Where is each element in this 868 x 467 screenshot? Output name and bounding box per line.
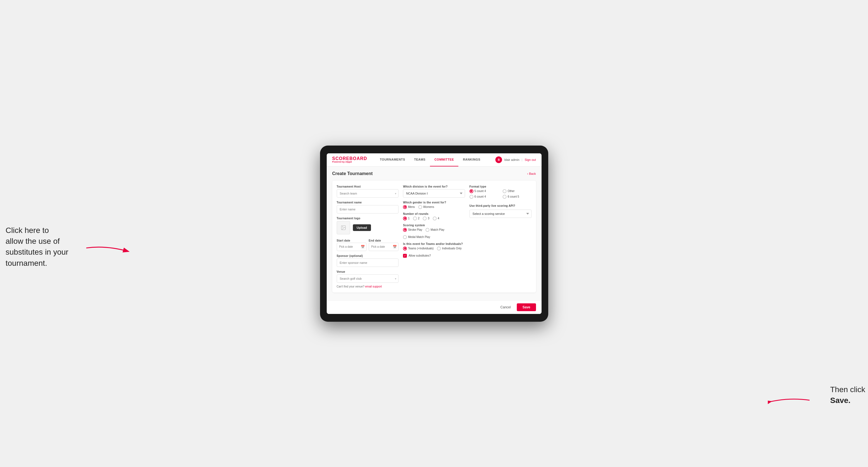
gender-group: Which gender is the event for? Mens Wome… [403, 201, 465, 209]
nav-items: TOURNAMENTS TEAMS COMMITTEE RANKINGS [375, 153, 495, 167]
scoring-group: Scoring system Stroke Play Match Play [403, 224, 465, 239]
logo-powered: Powered by clippd [332, 161, 367, 163]
date-row: Start date 📅 End date [337, 238, 399, 251]
nav-item-tournaments[interactable]: TOURNAMENTS [375, 153, 410, 167]
logo-placeholder [337, 221, 350, 234]
scoring-label: Scoring system [403, 224, 465, 227]
radio-6c4-circle [469, 195, 473, 199]
radio-r1-circle [403, 217, 407, 220]
form-col-3: Format type 5 count 4 Other [469, 185, 531, 288]
substitutes-group: ✓ Allow substitutes? [403, 254, 465, 258]
radio-match-circle [426, 228, 429, 232]
radio-round-2[interactable]: 2 [413, 217, 420, 220]
start-date-wrap: 📅 [337, 243, 367, 251]
radio-r4-circle [433, 217, 437, 220]
page-content: Create Tournament ‹ Back Tournament Host… [327, 167, 541, 300]
end-date-label: End date [369, 239, 381, 242]
arrow-left-icon [84, 240, 133, 256]
tournament-host-input[interactable] [337, 189, 399, 197]
radio-womens-circle [418, 205, 422, 209]
allow-substitutes-checkbox[interactable]: ✓ Allow substitutes? [403, 254, 465, 258]
dates-group: Start date 📅 End date [337, 238, 399, 251]
email-support-link[interactable]: email support [365, 285, 382, 288]
radio-womens[interactable]: Womens [418, 205, 434, 209]
nav-item-rankings[interactable]: RANKINGS [458, 153, 485, 167]
nav-item-teams[interactable]: TEAMS [410, 153, 430, 167]
radio-medal-circle [403, 235, 407, 239]
format-type-group: Format type 5 count 4 Other [469, 185, 531, 199]
format-options-grid: 5 count 4 Other 6 count 4 [469, 189, 531, 199]
rounds-group: Number of rounds 1 2 [403, 212, 465, 220]
radio-match[interactable]: Match Play [426, 228, 444, 232]
end-date-wrap: 📅 [369, 243, 399, 251]
nav-user-label: blair admin [504, 158, 519, 161]
radio-6count5[interactable]: 6 count 5 [503, 195, 531, 199]
division-label: Which division is the event for? [403, 185, 465, 188]
form-col-2: Which division is the event for? NCAA Di… [403, 185, 465, 288]
radio-individuals[interactable]: Individuals Only [437, 247, 462, 250]
checkbox-box: ✓ [403, 254, 407, 258]
rounds-label: Number of rounds [403, 212, 465, 215]
radio-womens-label: Womens [423, 206, 434, 209]
tablet-screen: SCOREBOARD Powered by clippd TOURNAMENTS… [327, 153, 541, 314]
tournament-host-label: Tournament Host [337, 185, 399, 188]
radio-round-3[interactable]: 3 [423, 217, 429, 220]
division-select[interactable]: NCAA Division I [403, 189, 465, 197]
gender-radio-group: Mens Womens [403, 205, 465, 209]
radio-medal[interactable]: Medal Match Play [403, 235, 430, 239]
upload-button[interactable]: Upload [353, 224, 371, 231]
tablet-frame: SCOREBOARD Powered by clippd TOURNAMENTS… [320, 146, 548, 322]
radio-teams[interactable]: Teams (+Individuals) [403, 247, 434, 250]
radio-teams-circle [403, 247, 407, 250]
rounds-radio-group: 1 2 3 [403, 217, 465, 220]
sign-out-link[interactable]: Sign out [525, 158, 536, 161]
radio-round-1[interactable]: 1 [403, 217, 410, 220]
scoring-radio-group: Stroke Play Match Play Medal Match Play [403, 228, 465, 239]
start-date-label: Start date [337, 239, 350, 242]
arrow-right-icon [768, 393, 812, 407]
scoring-service-select[interactable]: Select a scoring service [469, 210, 531, 218]
venue-group: Venue ▾ Can't find your venue? email sup… [337, 270, 399, 288]
radio-5count4[interactable]: 5 count 4 [469, 189, 498, 193]
nav-bar: SCOREBOARD Powered by clippd TOURNAMENTS… [327, 153, 541, 167]
tournament-name-group: Tournament name [337, 201, 399, 214]
annotation-right: Then click Save. [830, 384, 865, 406]
venue-help: Can't find your venue? email support [337, 285, 399, 288]
tournament-name-input[interactable] [337, 205, 399, 214]
form-grid: Tournament Host ▾ Tournament name Tourna [332, 181, 536, 292]
gender-label: Which gender is the event for? [403, 201, 465, 204]
form-col-1: Tournament Host ▾ Tournament name Tourna [337, 185, 399, 288]
radio-mens-circle [403, 205, 407, 209]
page-header: Create Tournament ‹ Back [332, 171, 536, 176]
scoring-api-group: Use third-party live scoring API? Select… [469, 204, 531, 218]
substitutes-label: Allow substitutes? [408, 254, 431, 257]
form-footer: Cancel Save [327, 300, 541, 314]
svg-point-1 [342, 226, 343, 227]
end-date-group: End date 📅 [369, 238, 399, 251]
radio-other[interactable]: Other [503, 189, 531, 193]
tournament-name-label: Tournament name [337, 201, 399, 204]
logo-area: SCOREBOARD Powered by clippd [332, 156, 367, 163]
radio-6c5-circle [503, 195, 506, 199]
cancel-button[interactable]: Cancel [497, 304, 514, 311]
venue-dropdown-icon: ▾ [395, 277, 396, 280]
teams-radio-group: Teams (+Individuals) Individuals Only [403, 247, 465, 250]
radio-stroke-circle [403, 228, 407, 232]
logo-upload-area: Upload [337, 221, 399, 234]
back-link[interactable]: ‹ Back [527, 172, 536, 175]
save-button[interactable]: Save [517, 303, 536, 311]
calendar-icon-2: 📅 [393, 245, 397, 249]
radio-r2-circle [413, 217, 417, 220]
radio-stroke[interactable]: Stroke Play [403, 228, 422, 232]
sponsor-input[interactable] [337, 258, 399, 267]
format-type-label: Format type [469, 185, 531, 188]
radio-mens[interactable]: Mens [403, 205, 415, 209]
nav-item-committee[interactable]: COMMITTEE [430, 153, 459, 167]
radio-round-4[interactable]: 4 [433, 217, 439, 220]
radio-r3-circle [423, 217, 427, 220]
tournament-host-group: Tournament Host ▾ [337, 185, 399, 197]
radio-mens-label: Mens [408, 206, 415, 209]
radio-6count4[interactable]: 6 count 4 [469, 195, 498, 199]
start-date-group: Start date 📅 [337, 238, 367, 251]
venue-input[interactable] [337, 274, 399, 283]
